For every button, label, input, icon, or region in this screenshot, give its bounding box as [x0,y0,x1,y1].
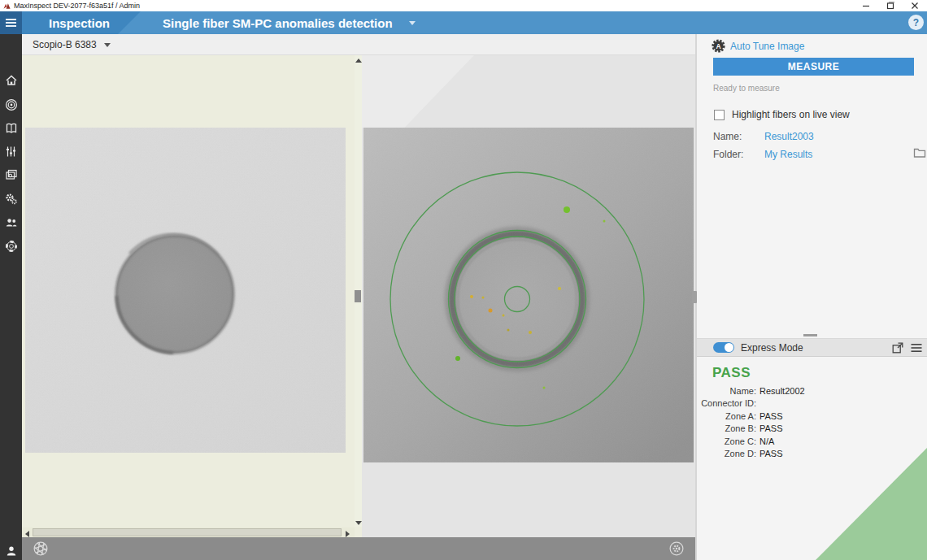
result-row-zone-d: Zone D: PASS [697,448,927,461]
scroll-right-arrow[interactable] [346,531,350,537]
express-mode-label: Express Mode [741,342,803,354]
measure-button[interactable]: MEASURE [713,58,914,76]
close-button[interactable] [910,2,919,10]
menu-button[interactable] [0,11,22,34]
camera-settings-button[interactable] [669,541,684,556]
home-icon [5,74,18,87]
camera-settings-icon [669,541,684,556]
device-toolbar: Scopio-B 6383 [22,34,695,55]
tab-inspection[interactable]: Inspection [22,11,141,34]
scroll-down-arrow[interactable] [355,521,362,525]
window-title: MaxInspect DEV-2077-f63a51f / Admin [14,2,140,10]
express-mode-bar: Express Mode [697,338,927,357]
result-details: Name: Result2002 Connector ID: Zone A: P… [697,384,927,460]
reports-icon [5,122,18,135]
titlebar: MaxInspect DEV-2077-f63a51f / Admin [0,0,927,11]
highlight-fibers-label: Highlight fibers on live view [732,109,850,120]
sidebar [0,34,22,560]
name-value-link[interactable]: Result2003 [764,131,814,142]
measure-status: Ready to measure [713,84,780,93]
hamburger-icon [6,19,16,20]
name-field-row: Name: Result2003 [713,131,916,142]
auto-tune-gear-icon: A [712,39,725,53]
result-row-zone-c: Zone C: N/A [697,435,927,448]
pane-watermark [362,55,474,128]
open-in-new-window-icon[interactable] [892,342,903,354]
vertical-scrollbar-thumb[interactable] [355,290,361,302]
live-fiber-image[interactable] [25,128,346,453]
sidebar-item-gallery[interactable] [0,164,22,185]
auto-tune-button[interactable]: A Auto Tune Image [712,39,804,53]
device-selector[interactable]: Scopio-B 6383 [33,39,97,50]
auto-tune-label: Auto Tune Image [730,41,804,52]
sidebar-item-users[interactable] [0,212,22,233]
highlight-fibers-checkbox[interactable] [714,110,725,120]
user-icon [5,545,18,558]
lifebuoy-icon [5,240,18,253]
users-icon [5,216,18,229]
inspection-panel: A Auto Tune Image MEASURE Ready to measu… [697,34,927,560]
profile-title: Single fiber SM-PC anomalies detection [163,11,393,34]
sliders-icon [5,145,17,158]
result-view-pane [362,55,695,537]
capture-button[interactable] [33,541,48,556]
sidebar-item-support[interactable] [0,236,22,257]
express-bar-actions [892,342,922,354]
live-view-pane [22,55,362,537]
target-icon [5,98,18,111]
panel-splitter-handle[interactable] [803,334,817,336]
maximize-button[interactable] [886,2,894,10]
highlight-fibers-row: Highlight fibers on live view [714,109,850,120]
folder-icon [913,147,926,158]
result-status: PASS [712,365,751,381]
sidebar-item-tuning[interactable] [0,141,22,162]
folder-label: Folder: [713,149,743,160]
results-menu-icon[interactable] [911,343,922,353]
name-label: Name: [713,131,742,142]
svg-text:A: A [716,42,720,50]
result-row-zone-b: Zone B: PASS [697,423,927,436]
user-account-button[interactable] [0,541,22,560]
app-window: MaxInspect DEV-2077-f63a51f / Admin Insp… [0,0,927,560]
help-button[interactable]: ? [908,15,924,30]
sidebar-item-services[interactable] [0,189,22,210]
bottom-bar [22,537,695,560]
minimize-button[interactable] [861,2,870,10]
sidebar-item-live-view[interactable] [0,94,22,115]
folder-field-row: Folder: My Results [713,149,916,160]
app-logo-icon [3,2,11,10]
tab-inspection-label: Inspection [49,16,110,30]
device-dropdown-caret[interactable] [104,43,111,47]
scroll-left-arrow[interactable] [25,531,29,537]
camera-shutter-icon [33,541,48,556]
window-controls [861,2,927,10]
gallery-icon [5,168,18,181]
result-row-connector-id: Connector ID: [697,397,927,410]
profile-dropdown-caret[interactable] [409,21,416,25]
gears-icon [5,193,18,206]
sidebar-item-reports[interactable] [0,118,22,139]
horizontal-scrollbar-thumb[interactable] [33,528,342,536]
sidebar-item-home[interactable] [0,70,22,91]
browse-folder-button[interactable] [913,147,926,158]
measured-fiber-image[interactable] [363,128,694,462]
result-row-name: Name: Result2002 [697,384,927,397]
result-row-zone-a: Zone A: PASS [697,410,927,423]
toggle-knob [725,343,733,352]
pass-corner-triangle [816,448,927,560]
scroll-up-arrow[interactable] [355,59,362,63]
app-header: Inspection Single fiber SM-PC anomalies … [0,11,927,34]
folder-value-link[interactable]: My Results [764,149,812,160]
express-mode-toggle[interactable] [713,342,734,353]
